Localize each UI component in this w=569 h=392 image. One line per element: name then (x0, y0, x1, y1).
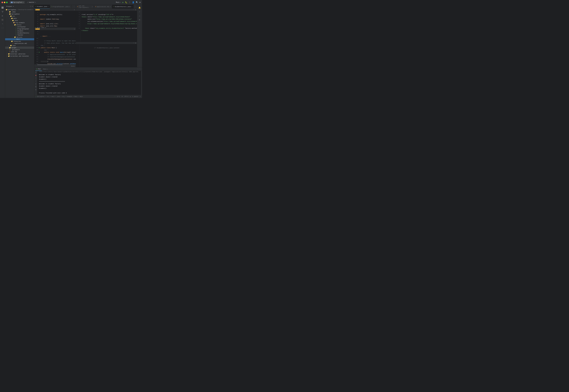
tree-item-main-java[interactable]: C Main (5, 38, 34, 40)
collapse-icon[interactable]: ∧ (74, 28, 75, 30)
encoding[interactable]: UTF-8 (124, 96, 128, 97)
more-tabs-button[interactable]: ⋮ (72, 6, 76, 8)
settings-icon-2[interactable]: ⚙ (135, 42, 136, 44)
tab-programteacher-java[interactable]: C ProgramTeacher.java ✕ (50, 5, 71, 9)
console-scrollbar[interactable] (141, 71, 142, 95)
settings-icon[interactable]: ⚙ (35, 88, 36, 91)
tab-pom-xml[interactable]: m pom.xml (SpringTest) ✕ (76, 5, 94, 9)
cursor-position[interactable]: 17:1 (117, 96, 120, 97)
tab-studentfactory-java[interactable]: C StudentFactory.java ✕ (112, 5, 134, 9)
svg-line-7 (2, 12, 2, 12)
settings-icon[interactable]: ⚙ (135, 9, 136, 11)
stop-icon[interactable]: ■ (35, 74, 36, 77)
main-code-pane: ⚠ 3 ▾ ∧ 23 10 11121314 15161718 19202122… (34, 28, 76, 67)
sidebar-icon-vcs[interactable] (1, 10, 4, 14)
more-actions-button[interactable]: ⋮ (129, 1, 131, 3)
tree-item-teacher[interactable]: I Teacher (5, 34, 34, 36)
line-numbers-student: 12345 678910 1112131415 1617 (34, 11, 39, 27)
user-icon[interactable]: 👤 (132, 1, 134, 3)
horizontal-scrollbar[interactable] (34, 64, 76, 65)
rerun-icon[interactable]: ↺ (35, 71, 36, 74)
sidebar-icon-debug[interactable]: ⬛ (1, 18, 4, 22)
xml-code-content-area[interactable]: 1234 5678 <?xml version="1.0" encoding="… (76, 11, 137, 42)
sidebar-icon-terminal[interactable]: ⌨ (1, 22, 4, 26)
tree-item-application-xml[interactable]: X application.xml (5, 42, 34, 44)
tree-item-artteacher[interactable]: C ArtTeacher (5, 26, 34, 28)
minimize-button[interactable] (4, 2, 5, 3)
close-icon[interactable]: ✕ (110, 6, 111, 8)
minimize-icon[interactable]: − (139, 68, 140, 70)
tree-item-springtest[interactable]: ▾ 📁 SpringTest (5, 13, 34, 15)
tree-item-org-example[interactable]: ▾ 📦 org.example (5, 22, 34, 24)
warning-badge-main: ⚠ 3 ▾ (35, 28, 40, 30)
tree-item-entity[interactable]: ▾ 📁 entity (5, 24, 34, 26)
tab-student-java[interactable]: C Student.java ✕ (34, 5, 50, 9)
down-icon[interactable]: ↓ (35, 80, 36, 82)
up-icon[interactable]: ↑ (35, 77, 36, 79)
student-code-area[interactable]: 12345 678910 1112131415 1617 package org… (34, 11, 76, 27)
collapse-icon[interactable]: − (133, 9, 134, 11)
main-code-area[interactable]: 23 10 11121314 15161718 19202122 2324252… (34, 30, 76, 64)
format-icon[interactable]: m (138, 18, 141, 22)
tree-item-external-libs[interactable]: ▸ 📁 External Libraries (5, 53, 34, 55)
close-icon[interactable]: ✕ (131, 6, 132, 8)
project-selector[interactable]: ST SpringTest ▾ (10, 1, 25, 4)
more-icon[interactable]: ⋮ (137, 68, 139, 70)
settings-icon[interactable]: ⚙ (32, 6, 33, 7)
studentfactory-code-area[interactable]: // StudentFactory.java content (76, 44, 137, 67)
tree-item-java[interactable]: ▾ 📁 java (5, 19, 34, 22)
student-code-pane: ⚠ 2 ▾ ∧ 12345 678910 1112131415 1617 pac… (34, 9, 76, 27)
tree-item-springtest-root[interactable]: ▾ 📁 SpringTest ~/Desktop/C5/JavaEE/2 Jav… (5, 9, 34, 11)
left-editor-pane: C Student.java ✕ C ProgramTeacher.java ✕… (34, 5, 76, 67)
student-code-content: package org.example.entity; import lombo… (39, 11, 76, 27)
notifications-icon[interactable]: 🔔 (138, 6, 141, 9)
output-line-4: =============================== (39, 80, 139, 83)
tree-item-gitignore[interactable]: m .gitignore (5, 49, 34, 51)
output-line-6: Student object created (39, 85, 139, 87)
tree-item-target[interactable]: ▸ 📁 target (5, 47, 34, 49)
sidebar-icon-run[interactable]: ▶ (1, 14, 4, 17)
tab-main-run[interactable]: Main ✕ (42, 67, 49, 71)
tree-item-resources[interactable]: ▾ 📁 resources (5, 40, 34, 42)
wrap-icon[interactable]: ⇌ (35, 83, 36, 85)
svg-rect-2 (2, 8, 2, 9)
tree-item-programteacher[interactable]: C ProgramTeacher (5, 28, 34, 30)
expand-icon[interactable]: ⤢ (140, 96, 141, 98)
close-icon[interactable]: ✕ (69, 6, 70, 8)
filter-icon[interactable]: ☰ (35, 86, 37, 88)
tab-run[interactable]: ▶ Run (35, 67, 42, 71)
scrollbar-thumb[interactable] (37, 64, 62, 65)
close-button[interactable] (1, 2, 3, 3)
tree-item-service[interactable]: ▸ 📁 service (5, 36, 34, 38)
sidebar-icon-project[interactable] (1, 6, 4, 9)
tree-item-studentfactory[interactable]: C StudentFactory (5, 32, 34, 34)
close-icon[interactable]: ✕ (47, 68, 48, 70)
search-everywhere-button[interactable]: 🔍 (136, 1, 138, 3)
tree-item-main[interactable]: ▾ 📁 main (5, 17, 34, 19)
branch-selector[interactable]: ⎇ master ▾ (26, 1, 37, 4)
tree-item-pom-xml[interactable]: m pom.xml (5, 51, 34, 53)
collapse-icon-2[interactable]: − (133, 42, 134, 44)
xml-code-area: − ⚙ 1234 5678 <?xml version="1.0" encodi… (76, 9, 137, 42)
indent[interactable]: 4 spaces (132, 96, 138, 97)
tree-item-idea[interactable]: ▸ 📁 .idea (5, 11, 34, 13)
collapse-icon[interactable]: ∧ (74, 9, 75, 11)
collapse-all-icon[interactable]: ⬡ (30, 6, 31, 7)
run-config[interactable]: Main ▾ (116, 1, 121, 3)
line-ending[interactable]: LF (121, 96, 123, 97)
maximize-button[interactable] (6, 2, 8, 3)
debug-button[interactable]: 🐛 (125, 1, 127, 3)
right-pane-more[interactable]: ⋮ (134, 6, 137, 8)
close-icon[interactable]: ✕ (92, 6, 93, 8)
problems-icon[interactable]: ⚠ (138, 14, 141, 17)
close-icon[interactable]: ✕ (48, 6, 48, 7)
tree-item-test[interactable]: ▸ 📁 test (5, 44, 34, 47)
settings-button[interactable]: ⚙ (139, 1, 141, 3)
tree-item-scratches[interactable]: ▸ 📁 Scratches and Consoles (5, 55, 34, 57)
vcs-icon[interactable]: ✓ (138, 10, 141, 14)
sidebar-icon-more[interactable]: ··· (1, 26, 4, 30)
tree-item-src[interactable]: ▾ 📁 src (5, 15, 34, 17)
tab-application-xml[interactable]: m application.xml ✕ (94, 5, 112, 9)
tree-item-student[interactable]: C Student (5, 30, 34, 32)
run-button[interactable]: ▶ (122, 1, 123, 3)
